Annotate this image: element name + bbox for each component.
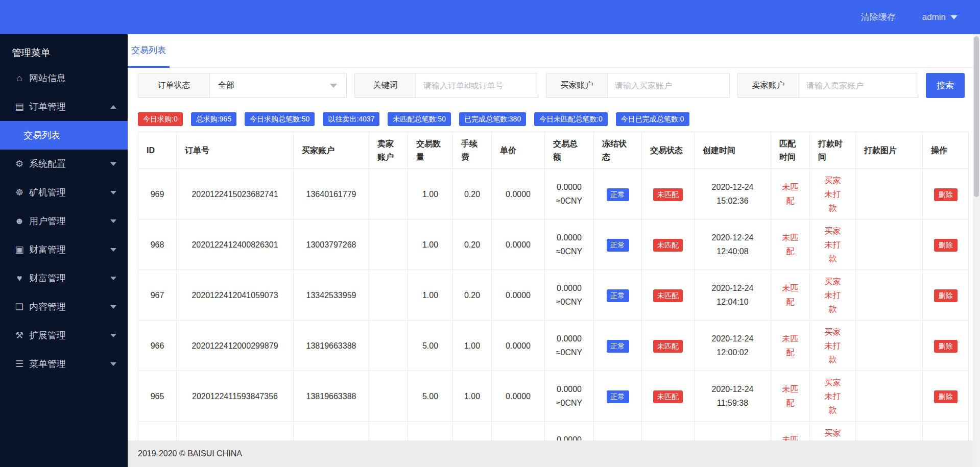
money-icon: ▣ xyxy=(14,244,25,255)
chevron-down-icon xyxy=(110,162,116,166)
cell-fee: 0.20 xyxy=(453,219,492,270)
delete-button[interactable]: 删除 xyxy=(934,239,958,252)
trade-status-badge: 未匹配 xyxy=(653,188,683,201)
stat-badge: 已完成总笔数:380 xyxy=(459,112,526,126)
column-header: 交易状态 xyxy=(642,132,695,169)
trade-status-badge: 未匹配 xyxy=(653,239,683,252)
cell-buyer-account: 13819663388 xyxy=(294,371,369,422)
cell-match-time: 未匹配 xyxy=(771,219,810,270)
clear-cache-link[interactable]: 清除缓存 xyxy=(861,11,896,23)
stat-badge: 今日求购总笔数:50 xyxy=(245,112,315,126)
cell-created-time: 2020-12-24 12:04:10 xyxy=(695,270,771,321)
sidebar-item-miner-management[interactable]: ☸ 矿机管理 xyxy=(0,178,128,207)
tab-trade-list[interactable]: 交易列表 xyxy=(128,34,170,68)
column-header: 买家账户 xyxy=(294,132,369,169)
cell-order-no: 2020122411593847356 xyxy=(177,371,294,422)
keyword-filter: 关键词 xyxy=(354,73,538,98)
sidebar-item-label: 扩展管理 xyxy=(29,329,66,341)
chevron-down-icon xyxy=(330,84,337,88)
cell-pay-time: 买家未打款 xyxy=(810,169,856,219)
sidebar-item-system-config[interactable]: ⚙ 系统配置 xyxy=(0,150,128,178)
stat-badge: 总求购:965 xyxy=(191,112,236,126)
cell-seller-account xyxy=(369,270,408,321)
seller-account-filter: 卖家账户 xyxy=(737,73,918,98)
cell-actions: 删除 xyxy=(923,270,969,321)
frozen-status-badge: 正常 xyxy=(607,188,629,201)
cell-actions: 删除 xyxy=(923,321,969,371)
sidebar-item-content-management[interactable]: ❏ 内容管理 xyxy=(0,292,128,321)
table-row: 965 2020122411593847356 13819663388 5.00… xyxy=(138,371,969,422)
admin-dropdown[interactable]: admin xyxy=(922,12,958,22)
cell-unit-price: 0.0000 xyxy=(492,270,545,321)
cell-trade-status: 未匹配 xyxy=(642,321,695,371)
sidebar-item-label: 内容管理 xyxy=(29,301,66,313)
cell-created-time: 2020-12-24 15:02:36 xyxy=(695,169,771,219)
buyer-account-label: 买家账户 xyxy=(546,73,608,97)
cell-id: 969 xyxy=(138,169,177,219)
cell-quantity: 1.00 xyxy=(408,169,453,219)
sidebar-subitem-label: 交易列表 xyxy=(23,129,60,141)
cell-trade-status: 未匹配 xyxy=(642,270,695,321)
cell-order-no: 2020122412041059073 xyxy=(177,270,294,321)
column-header: 操作 xyxy=(923,132,969,169)
delete-button[interactable]: 删除 xyxy=(934,340,958,353)
sidebar-item-wealth-management-2[interactable]: ♥ 财富管理 xyxy=(0,264,128,292)
column-header: 单价 xyxy=(492,132,545,169)
cell-unit-price: 0.0000 xyxy=(492,321,545,371)
delete-button[interactable]: 删除 xyxy=(934,390,958,403)
cell-seller-account xyxy=(369,219,408,270)
cell-total: 0.0000 ≈0CNY xyxy=(545,169,594,219)
search-button[interactable]: 搜索 xyxy=(926,73,965,98)
vertical-scrollbar[interactable] xyxy=(973,34,980,467)
chevron-down-icon xyxy=(110,305,116,309)
sidebar-item-label: 矿机管理 xyxy=(29,186,66,199)
chevron-down-icon xyxy=(950,15,958,19)
sidebar-item-order-management[interactable]: ▤ 订单管理 xyxy=(0,92,128,121)
orders-icon: ▤ xyxy=(14,101,25,112)
cell-total: 0.0000 ≈0CNY xyxy=(545,270,594,321)
buyer-account-input[interactable] xyxy=(608,73,729,97)
sidebar-item-menu-management[interactable]: ☰ 菜单管理 xyxy=(0,350,128,378)
miner-icon: ☸ xyxy=(14,187,25,198)
column-header: 交易总额 xyxy=(545,132,594,169)
topbar: 清除缓存 admin xyxy=(0,0,980,34)
column-header: 订单号 xyxy=(177,132,294,169)
sidebar-item-label: 网站信息 xyxy=(29,72,66,84)
chevron-down-icon xyxy=(110,277,116,280)
cell-frozen-status: 正常 xyxy=(594,321,642,371)
keyword-input[interactable] xyxy=(416,73,538,97)
sidebar-item-wealth-management-1[interactable]: ▣ 财富管理 xyxy=(0,235,128,264)
frozen-status-badge: 正常 xyxy=(607,289,629,302)
cell-unit-price: 0.0000 xyxy=(492,371,545,422)
cell-created-time: 2020-12-24 12:00:02 xyxy=(695,321,771,371)
scrollbar-thumb[interactable] xyxy=(974,36,979,197)
users-icon: ☻ xyxy=(14,216,25,227)
cell-buyer-account: 13342533959 xyxy=(294,270,369,321)
tab-bar: 交易列表 xyxy=(128,34,980,68)
cell-total: 0.0000 ≈0CNY xyxy=(545,321,594,371)
sidebar-item-trade-list-active[interactable]: 交易列表 xyxy=(0,121,128,150)
order-status-select[interactable]: 全部 xyxy=(210,73,346,97)
cell-order-no: 2020122412400826301 xyxy=(177,219,294,270)
cell-id: 966 xyxy=(138,321,177,371)
cell-actions: 删除 xyxy=(923,169,969,219)
cell-pay-image xyxy=(856,169,923,219)
sidebar-item-user-management[interactable]: ☻ 用户管理 xyxy=(0,207,128,235)
sidebar-item-extension-management[interactable]: ⚒ 扩展管理 xyxy=(0,321,128,350)
chevron-down-icon xyxy=(110,248,116,252)
cell-total: 0.0000 ≈0CNY xyxy=(545,219,594,270)
cell-quantity: 5.00 xyxy=(408,321,453,371)
sidebar-item-label: 订单管理 xyxy=(29,101,66,113)
delete-button[interactable]: 删除 xyxy=(934,188,958,201)
seller-account-input[interactable] xyxy=(799,73,918,97)
copyright-text: 2019-2020 © BAISUI CHINA xyxy=(138,449,242,458)
heart-icon: ♥ xyxy=(14,273,25,284)
cell-actions: 删除 xyxy=(923,371,969,422)
cell-pay-image xyxy=(856,371,923,422)
sidebar-item-website-info[interactable]: ⌂ 网站信息 xyxy=(0,64,128,92)
cell-pay-time: 买家未打款 xyxy=(810,219,856,270)
cell-order-no: 2020122415023682741 xyxy=(177,169,294,219)
sidebar-item-label: 财富管理 xyxy=(29,243,66,256)
delete-button[interactable]: 删除 xyxy=(934,289,958,302)
column-header: 打款图片 xyxy=(856,132,923,169)
